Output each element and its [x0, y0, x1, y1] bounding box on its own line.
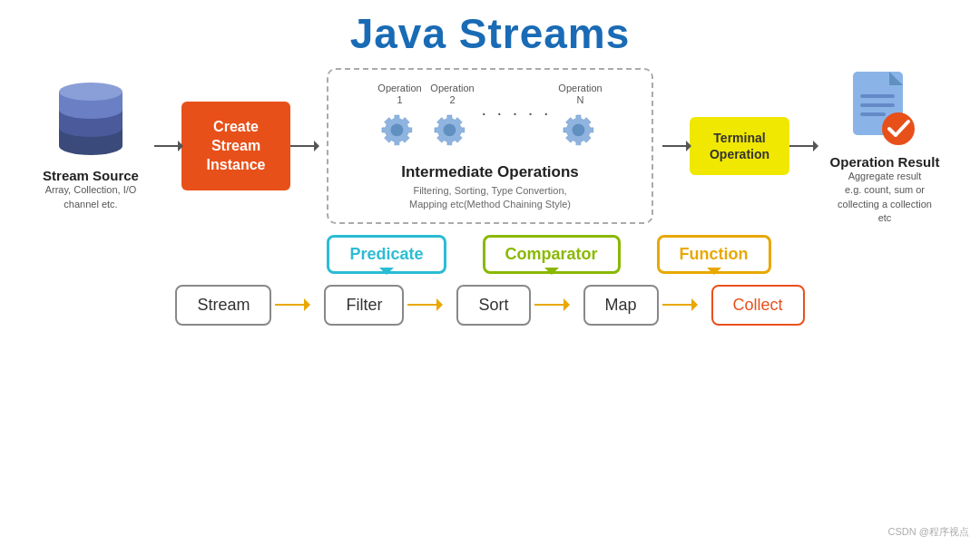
arrow-to-create: [154, 145, 181, 147]
op1-label: Operation1: [377, 83, 421, 106]
pipeline-stream: Stream: [175, 285, 271, 326]
op2-label: Operation2: [430, 83, 474, 106]
bottom-section: Predicate Comparator Function Stream Fil…: [18, 235, 962, 326]
arrow-to-intermediate: [290, 145, 318, 147]
diagram-area: Stream Source Array, Collection, I/O cha…: [18, 67, 962, 226]
op1-col: Operation1: [376, 83, 423, 155]
intermediate-section: Operation1 Operation2 · ·: [327, 68, 653, 224]
comparator-badge: Comparator: [483, 235, 621, 274]
pipeline-arrow-4: [662, 304, 695, 306]
dotted-separator: · · · · ·: [481, 102, 551, 129]
page-title: Java Streams: [350, 9, 631, 58]
result-section: Operation Result Aggregate resulte.g. co…: [817, 67, 953, 226]
gear2-icon: [428, 109, 475, 156]
create-stream-box: Create Stream Instance: [181, 102, 290, 190]
gear1-icon: [376, 109, 423, 156]
pipeline-collect: Collect: [711, 285, 805, 326]
svg-point-15: [882, 112, 915, 145]
stream-source-sub: Array, Collection, I/O channel etc.: [27, 183, 154, 211]
opN-label: OperationN: [558, 83, 602, 106]
arrow-line-1: [154, 145, 181, 147]
svg-point-9: [572, 123, 584, 136]
arrow-to-result: [789, 145, 817, 147]
svg-rect-13: [860, 103, 895, 107]
gearN-icon: [557, 109, 604, 156]
arrow-line-3: [662, 145, 690, 147]
svg-rect-14: [860, 112, 886, 116]
main-container: Java Streams Stream Source Array, Collec…: [0, 0, 980, 546]
arrow-to-terminal: [662, 145, 690, 147]
predicate-badge: Predicate: [327, 235, 446, 274]
operations-row: Operation1 Operation2 · ·: [376, 83, 603, 155]
pipeline-map: Map: [583, 285, 659, 326]
database-icon: [50, 81, 132, 162]
arrow-line-4: [789, 145, 817, 147]
stream-source-section: Stream Source Array, Collection, I/O cha…: [27, 81, 154, 211]
pipeline-row: Stream Filter Sort Map Collect: [175, 285, 804, 326]
function-badge: Function: [657, 235, 771, 274]
svg-point-7: [391, 123, 404, 136]
result-label: Operation Result: [830, 154, 940, 170]
svg-point-8: [444, 123, 456, 136]
op2-col: Operation2: [428, 83, 475, 155]
pipeline-filter: Filter: [324, 285, 404, 326]
intermediate-title: Intermediate Operations: [401, 163, 579, 181]
pipeline-arrow-2: [407, 304, 440, 306]
terminal-box: Terminal Operation: [690, 117, 789, 175]
pipeline-arrow-3: [534, 304, 567, 306]
document-icon: [848, 67, 921, 149]
stream-source-label: Stream Source: [43, 168, 139, 183]
svg-rect-12: [860, 94, 895, 98]
pipeline-arrow-1: [275, 304, 308, 306]
opN-col: OperationN: [557, 83, 604, 155]
arrow-line-2: [290, 145, 318, 147]
watermark: CSDN @程序视点: [888, 525, 969, 539]
svg-point-6: [59, 83, 122, 101]
badges-row: Predicate Comparator Function: [327, 235, 770, 274]
pipeline-sort: Sort: [456, 285, 530, 326]
intermediate-sub: Filtering, Sorting, Type Convertion,Mapp…: [409, 184, 571, 212]
result-sub: Aggregate resulte.g. count, sum orcollec…: [838, 170, 932, 226]
